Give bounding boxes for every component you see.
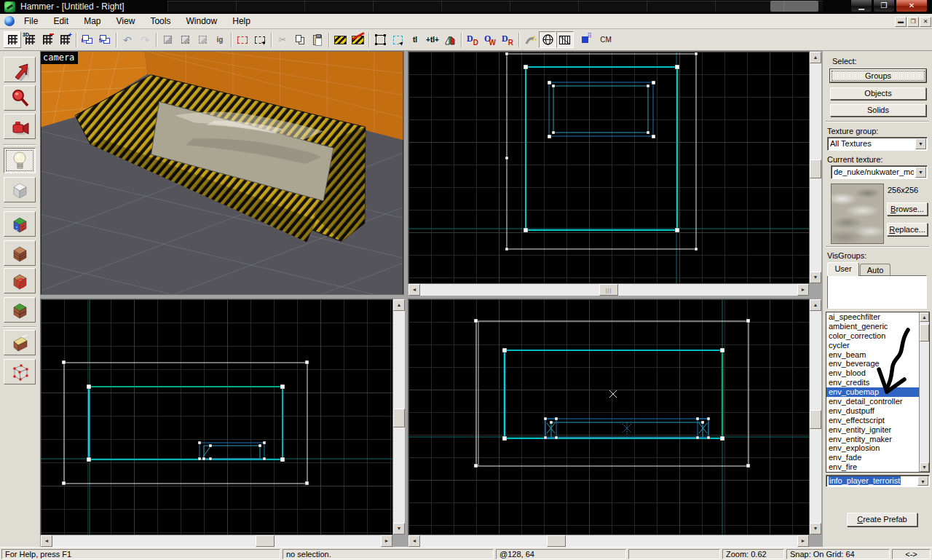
- entity-item[interactable]: env_blood: [826, 368, 929, 378]
- entity-item[interactable]: ai_speechfilter: [826, 312, 929, 322]
- menu-help[interactable]: Help: [226, 14, 257, 29]
- mdi-restore-button[interactable]: ❐: [907, 17, 919, 27]
- toggle-ow-button[interactable]: OW: [481, 31, 499, 48]
- scroll-up-arrow[interactable]: ▲: [810, 52, 821, 63]
- scroll-thumb[interactable]: [393, 409, 405, 427]
- hide-selected-button[interactable]: [234, 31, 251, 48]
- entity-item[interactable]: env_fire: [826, 462, 929, 472]
- entity-class-combo[interactable]: info_player_terrorist ▼: [826, 475, 930, 487]
- toggle-helpers-button[interactable]: [521, 31, 539, 48]
- dropdown-arrow-icon[interactable]: ▼: [915, 167, 926, 178]
- scroll-right-arrow[interactable]: ►: [381, 535, 392, 547]
- viewport-2d-top[interactable]: ▲ ▼ ◄ ||| ►: [408, 51, 810, 284]
- mdi-close-button[interactable]: ✕: [920, 17, 931, 27]
- entity-item[interactable]: env_explosion: [826, 443, 929, 453]
- minimize-button[interactable]: ▁: [850, 0, 872, 12]
- cut-button[interactable]: ✂: [274, 31, 291, 48]
- restore-button[interactable]: ❐: [873, 0, 895, 12]
- vertex-handles[interactable]: [62, 360, 309, 485]
- scroll-thumb[interactable]: [256, 535, 275, 547]
- scroll-thumb[interactable]: |||: [599, 284, 618, 296]
- scroll-up-arrow[interactable]: ▲: [393, 299, 405, 311]
- apply-decals-button[interactable]: [4, 268, 36, 293]
- cm-toggle-button[interactable]: CM: [596, 31, 616, 48]
- entity-item-selected[interactable]: env_cubemap: [826, 387, 929, 397]
- copy-button[interactable]: [291, 31, 309, 48]
- redo-button[interactable]: ↷: [136, 31, 154, 48]
- vertex-tool-button[interactable]: [4, 359, 36, 384]
- selected-brush[interactable]: [89, 387, 283, 460]
- scroll-left-arrow[interactable]: ◄: [408, 284, 420, 296]
- paste-button[interactable]: [309, 31, 326, 48]
- overlay-tool-button[interactable]: [4, 297, 36, 323]
- entity-item[interactable]: env_entity_maker: [826, 435, 929, 444]
- larger-grid-button[interactable]: +: [56, 31, 74, 48]
- cordon-toggle-button[interactable]: [539, 31, 556, 48]
- carve-button[interactable]: [159, 31, 176, 48]
- scroll-down-arrow[interactable]: ▼: [810, 523, 821, 535]
- mdi-minimize-button[interactable]: ▬: [895, 17, 907, 27]
- visgroups-tab-user[interactable]: User: [827, 262, 859, 276]
- radius-culling-toggle-button[interactable]: [556, 31, 574, 48]
- viewport-2d-front[interactable]: ▲ ▼ ◄ ►: [40, 299, 393, 535]
- smaller-grid-button[interactable]: [39, 31, 56, 48]
- scroll-down-arrow[interactable]: ▼: [810, 272, 821, 283]
- entity-item[interactable]: env_entity_igniter: [826, 425, 929, 435]
- visgroups-tab-auto[interactable]: Auto: [860, 264, 890, 276]
- texture-lock-toggle-button[interactable]: [331, 31, 349, 48]
- create-prefab-button[interactable]: Create Prefab: [847, 513, 917, 527]
- visgroups-list[interactable]: [827, 275, 927, 309]
- replace-button[interactable]: Replace...: [887, 223, 928, 236]
- hide-unselected-button[interactable]: ➤: [251, 31, 269, 48]
- vscrollbar-top-right[interactable]: ▲ ▼: [810, 52, 821, 283]
- tub-brush-inner[interactable]: [553, 86, 648, 133]
- browse-button[interactable]: Browse...: [887, 202, 928, 216]
- camera-tool-button[interactable]: [4, 114, 36, 139]
- block-tool-button[interactable]: [4, 177, 36, 202]
- scroll-left-arrow[interactable]: ◄: [408, 535, 420, 547]
- ignore-groups-button[interactable]: ig: [211, 31, 229, 48]
- viewport-3d[interactable]: camera: [40, 51, 404, 295]
- ungroup-button[interactable]: [194, 31, 211, 48]
- vscrollbar-side[interactable]: ▲ ▼: [810, 299, 821, 535]
- entity-tool-button[interactable]: [4, 148, 36, 173]
- texture-scale-tl-button[interactable]: +tl+: [424, 31, 441, 48]
- menu-edit[interactable]: Edit: [47, 14, 75, 29]
- document-icon[interactable]: [4, 16, 15, 26]
- dropdown-arrow-icon[interactable]: ▼: [915, 138, 926, 149]
- magnify-tool-button[interactable]: [4, 85, 36, 111]
- scroll-thumb[interactable]: [810, 159, 821, 178]
- save-window-state-button[interactable]: S: [96, 31, 114, 48]
- texture-group-combo[interactable]: All Textures ▼: [827, 137, 928, 151]
- menu-file[interactable]: File: [17, 14, 44, 29]
- flip-clip-button[interactable]: [441, 31, 459, 48]
- entity-item[interactable]: env_effectscript: [826, 416, 929, 425]
- scroll-thumb[interactable]: [920, 324, 929, 342]
- toggle-dd-button[interactable]: DD: [464, 31, 481, 48]
- load-window-state-button[interactable]: L: [79, 31, 96, 48]
- selection-tool-button[interactable]: [4, 57, 36, 82]
- scroll-thumb[interactable]: [810, 410, 821, 429]
- dropdown-arrow-icon[interactable]: ▼: [917, 476, 928, 486]
- texture-scale-lock-toggle-button[interactable]: [349, 31, 366, 48]
- entity-item[interactable]: color_correction: [826, 331, 929, 341]
- vscrollbar-front[interactable]: ▲ ▼: [393, 299, 405, 535]
- toggle-dr-button[interactable]: DR: [499, 31, 516, 48]
- group-button[interactable]: [176, 31, 194, 48]
- hscrollbar-front[interactable]: ◄ ►: [41, 535, 392, 547]
- texture-application-tool-button[interactable]: [4, 211, 36, 237]
- scroll-up-arrow[interactable]: ▲: [810, 299, 821, 311]
- menu-map[interactable]: Map: [77, 14, 107, 29]
- scroll-down-arrow[interactable]: ▼: [920, 462, 929, 472]
- clipping-tool-button[interactable]: [4, 330, 36, 355]
- entity-list-scrollbar[interactable]: ▲ ▼: [919, 312, 929, 472]
- current-texture-combo[interactable]: de_nuke/nukwater_mo ▼: [831, 165, 928, 179]
- viewport-2d-side[interactable]: ▲ ▼ ◄ ►: [408, 299, 810, 535]
- select-solids-button[interactable]: Solids: [830, 104, 926, 117]
- select-objects-button[interactable]: Objects: [830, 87, 926, 100]
- cubemap-brush-button[interactable]: [574, 31, 596, 48]
- scroll-right-arrow[interactable]: ►: [797, 535, 809, 547]
- entity-item[interactable]: env_beverage: [826, 359, 929, 368]
- entity-item[interactable]: env_detail_controller: [826, 397, 929, 406]
- entity-item[interactable]: env_fade: [826, 453, 929, 462]
